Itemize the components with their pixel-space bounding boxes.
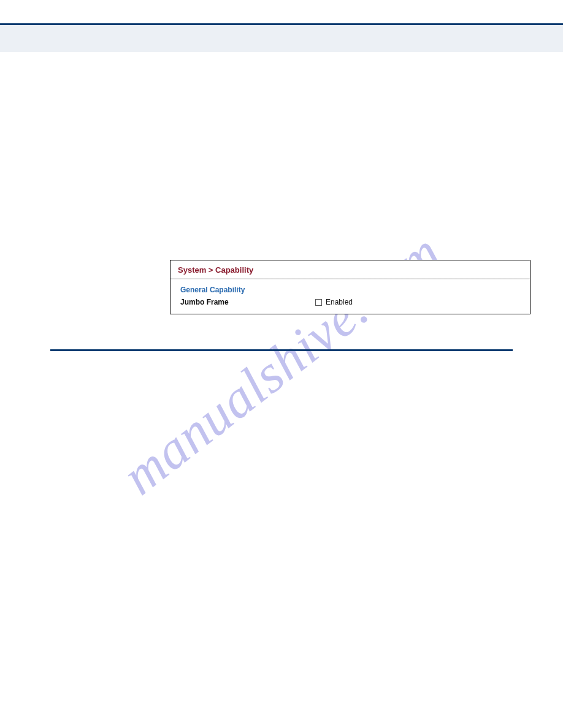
capability-panel: System > Capability General Capability J… bbox=[170, 260, 530, 314]
jumbo-frame-checkbox-label: Enabled bbox=[326, 298, 353, 306]
panel-breadcrumb: System > Capability bbox=[170, 260, 530, 278]
jumbo-frame-checkbox[interactable] bbox=[315, 299, 322, 306]
jumbo-frame-label: Jumbo Frame bbox=[180, 298, 315, 306]
section-title: General Capability bbox=[180, 286, 523, 294]
top-band bbox=[0, 25, 563, 52]
panel-body: General Capability Jumbo Frame Enabled bbox=[170, 279, 530, 314]
bottom-rule bbox=[50, 349, 513, 351]
jumbo-frame-row: Jumbo Frame Enabled bbox=[180, 298, 523, 306]
